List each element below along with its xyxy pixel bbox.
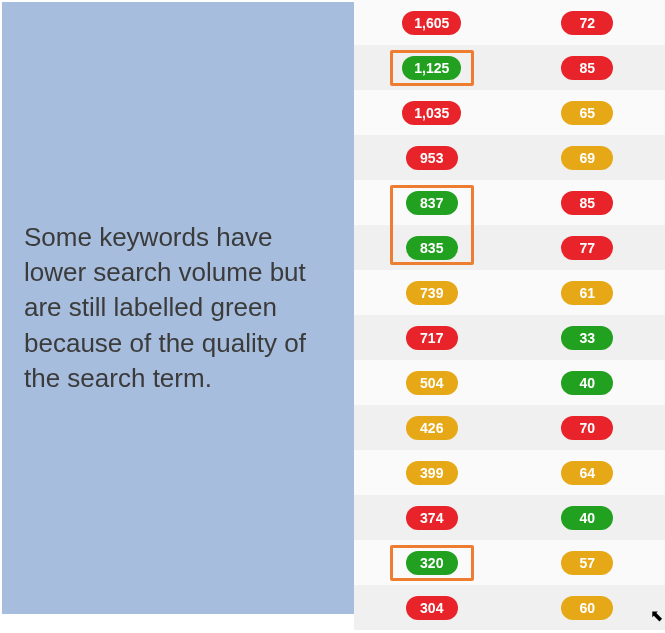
difficulty-pill: 72 [561,11,613,35]
difficulty-pill: 70 [561,416,613,440]
volume-pill: 953 [406,146,458,170]
volume-pill: 717 [406,326,458,350]
difficulty-cell: 61 [510,281,666,305]
difficulty-cell: 40 [510,371,666,395]
volume-cell: 739 [354,281,510,305]
annotation-callout: Some keywords have lower search volume b… [2,2,354,614]
volume-cell: 504 [354,371,510,395]
table-row: 50440 [354,360,665,405]
volume-cell: 374 [354,506,510,530]
volume-pill: 304 [406,596,458,620]
data-table: 1,605721,125851,035659536983785835777396… [354,0,665,633]
volume-pill: 426 [406,416,458,440]
difficulty-pill: 64 [561,461,613,485]
volume-pill: 739 [406,281,458,305]
table-row: 1,03565 [354,90,665,135]
volume-pill: 837 [406,191,458,215]
main-container: Some keywords have lower search volume b… [0,0,665,633]
difficulty-cell: 85 [510,191,666,215]
difficulty-pill: 60 [561,596,613,620]
volume-pill: 399 [406,461,458,485]
difficulty-pill: 69 [561,146,613,170]
difficulty-cell: 69 [510,146,666,170]
callout-text: Some keywords have lower search volume b… [24,220,332,395]
difficulty-cell: 57 [510,551,666,575]
volume-pill: 835 [406,236,458,260]
table-row: 1,12585 [354,45,665,90]
table-row: 95369 [354,135,665,180]
difficulty-cell: 65 [510,101,666,125]
volume-pill: 1,605 [402,11,461,35]
difficulty-cell: 70 [510,416,666,440]
volume-cell: 426 [354,416,510,440]
difficulty-cell: 77 [510,236,666,260]
volume-cell: 1,125 [354,56,510,80]
table-row: 30460 [354,585,665,630]
volume-cell: 953 [354,146,510,170]
table-row: 37440 [354,495,665,540]
volume-cell: 399 [354,461,510,485]
table-row: 83577 [354,225,665,270]
volume-cell: 835 [354,236,510,260]
table-row: 83785 [354,180,665,225]
volume-pill: 374 [406,506,458,530]
difficulty-pill: 40 [561,506,613,530]
difficulty-cell: 40 [510,506,666,530]
difficulty-pill: 77 [561,236,613,260]
table-row: 1,60572 [354,0,665,45]
difficulty-cell: 33 [510,326,666,350]
table-row: 42670 [354,405,665,450]
difficulty-cell: 85 [510,56,666,80]
difficulty-pill: 65 [561,101,613,125]
volume-cell: 304 [354,596,510,620]
difficulty-pill: 85 [561,56,613,80]
table-row: 39964 [354,450,665,495]
volume-cell: 717 [354,326,510,350]
difficulty-cell: 60 [510,596,666,620]
table-row: 71733 [354,315,665,360]
volume-pill: 1,125 [402,56,461,80]
volume-pill: 320 [406,551,458,575]
difficulty-cell: 72 [510,11,666,35]
volume-cell: 1,605 [354,11,510,35]
difficulty-pill: 33 [561,326,613,350]
volume-pill: 1,035 [402,101,461,125]
table-row: 73961 [354,270,665,315]
difficulty-pill: 57 [561,551,613,575]
volume-cell: 1,035 [354,101,510,125]
volume-pill: 504 [406,371,458,395]
table-row: 32057 [354,540,665,585]
difficulty-cell: 64 [510,461,666,485]
volume-cell: 837 [354,191,510,215]
volume-cell: 320 [354,551,510,575]
difficulty-pill: 85 [561,191,613,215]
difficulty-pill: 40 [561,371,613,395]
difficulty-pill: 61 [561,281,613,305]
